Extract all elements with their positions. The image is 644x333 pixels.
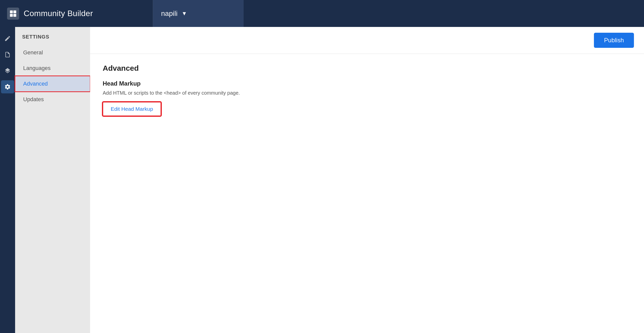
app-icon [7,8,19,20]
svg-rect-2 [10,14,13,17]
settings-header: SETTINGS [15,27,90,45]
top-nav: Community Builder napili ▼ [0,0,644,27]
grid-icon [9,10,17,17]
content-header: Publish [90,27,644,54]
publish-button[interactable]: Publish [594,33,634,48]
main-layout: SETTINGS General Languages Advanced Upda… [0,27,644,333]
pencil-icon [4,35,11,42]
community-selector[interactable]: napili ▼ [153,0,244,27]
head-markup-title: Head Markup [103,80,631,87]
sidebar-item-settings[interactable] [1,80,14,93]
gear-icon [4,84,11,90]
app-title: Community Builder [24,9,93,18]
main-content: Publish Advanced Head Markup Add HTML or… [90,27,644,333]
head-markup-description: Add HTML or scripts to the <head> of eve… [103,90,631,96]
settings-sidebar: SETTINGS General Languages Advanced Upda… [15,27,90,333]
edit-head-markup-button[interactable]: Edit Head Markup [103,102,161,116]
settings-nav-updates[interactable]: Updates [15,92,90,107]
page-title: Advanced [103,64,631,72]
sidebar-item-layers[interactable] [1,64,14,77]
content-body: Advanced Head Markup Add HTML or scripts… [90,54,644,333]
svg-rect-1 [13,10,16,13]
svg-rect-3 [13,14,16,17]
svg-rect-0 [10,10,13,13]
settings-nav-languages[interactable]: Languages [15,60,90,76]
app-title-area: Community Builder [0,0,153,27]
chevron-down-icon: ▼ [181,10,187,17]
icon-sidebar [0,27,15,333]
sidebar-item-edit[interactable] [1,32,14,45]
settings-nav-general[interactable]: General [15,45,90,60]
settings-nav-advanced[interactable]: Advanced [15,76,90,92]
community-selector-name: napili [161,10,177,18]
layers-icon [4,67,11,74]
sidebar-item-pages[interactable] [1,48,14,61]
pages-icon [4,51,11,58]
